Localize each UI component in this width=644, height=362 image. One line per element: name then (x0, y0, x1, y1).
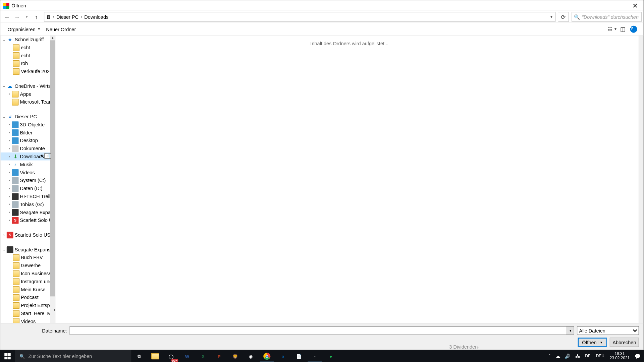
tree-seagate[interactable]: ⌄ Seagate Expansion (0, 245, 50, 253)
tree-item[interactable]: Mein Kurse (0, 285, 50, 293)
up-button[interactable]: ↑ (32, 12, 41, 22)
expand-icon[interactable]: › (1, 233, 7, 237)
collapse-icon[interactable]: ⌄ (1, 247, 7, 252)
content-scrollbar[interactable] (639, 36, 644, 323)
start-button[interactable] (0, 350, 15, 362)
tree-item[interactable]: ›Bilder (0, 128, 50, 136)
tree-item[interactable]: roh (0, 59, 50, 67)
expand-icon[interactable]: › (7, 92, 12, 96)
app-cortana[interactable]: ◯99+ (163, 350, 179, 362)
organize-button[interactable]: Organisieren ▼ (5, 24, 44, 33)
filetype-select[interactable]: Alle Dateien (577, 326, 639, 335)
app-brave[interactable]: 🦁 (227, 350, 243, 362)
collapse-icon[interactable]: ⌄ (1, 37, 7, 42)
breadcrumb-pc[interactable]: Dieser PC (55, 12, 80, 21)
open-button[interactable]: Öffnen ▼ (578, 338, 607, 347)
tree-item[interactable]: Verkäufe 2020 (0, 67, 50, 75)
tree-item[interactable]: ›Tobias (G:) (0, 200, 50, 208)
expand-icon[interactable]: › (7, 170, 12, 175)
help-button[interactable]: ? (628, 24, 639, 35)
filename-dropdown[interactable]: ▾ (567, 326, 574, 335)
tree-item[interactable]: Gewerbe (0, 261, 50, 269)
scroll-thumb[interactable] (50, 40, 55, 297)
address-bar[interactable]: 🖥 › Dieser PC › Downloads ▾ (44, 12, 556, 22)
app-generic1[interactable]: 📄 (291, 350, 307, 362)
tree-item[interactable]: echt (0, 44, 50, 52)
task-view-button[interactable]: ⧉ (131, 350, 147, 362)
tree-item[interactable]: ›Apps (0, 90, 50, 98)
tree-item[interactable]: Icon Business (0, 269, 50, 278)
tree-onedrive[interactable]: ⌄ ☁ OneDrive - Wirtsc (0, 82, 50, 90)
taskbar-search-input[interactable] (29, 354, 127, 359)
expand-icon[interactable]: › (7, 210, 12, 215)
tree-item[interactable]: ›♪Musik (0, 161, 50, 169)
close-button[interactable]: ✕ (627, 0, 643, 10)
expand-icon[interactable]: › (7, 122, 12, 127)
chevron-right-icon[interactable]: › (80, 15, 83, 19)
expand-icon[interactable]: › (7, 186, 12, 190)
tray-language[interactable]: DE (583, 350, 593, 362)
tree-item[interactable]: echt (0, 51, 50, 59)
app-chrome[interactable] (259, 350, 275, 362)
refresh-button[interactable]: ⟳ (558, 12, 569, 22)
expand-icon[interactable]: › (7, 130, 12, 135)
scroll-down-icon[interactable]: ▾ (50, 296, 55, 323)
expand-icon[interactable]: › (7, 202, 12, 206)
tree-scarlett[interactable]: › S Scarlett Solo USB (0, 231, 50, 239)
cancel-button[interactable]: Abbrechen (610, 338, 639, 347)
chevron-right-icon[interactable]: › (52, 15, 55, 19)
search-box[interactable]: 🔍 (572, 12, 642, 22)
expand-icon[interactable]: › (7, 162, 12, 167)
expand-icon[interactable]: › (7, 146, 12, 150)
new-folder-button[interactable]: Neuer Ordner (43, 24, 78, 33)
tree-item[interactable]: ›3D-Objekte (0, 121, 50, 129)
tray-notifications-icon[interactable]: 💬 (633, 350, 642, 362)
scroll-up-icon[interactable]: ▴ (50, 36, 55, 41)
tray-network-icon[interactable]: 🖧 (574, 350, 582, 362)
view-mode-button[interactable]: ☷▼ (607, 24, 618, 35)
tree-quickaccess[interactable]: ⌄ ★ Schnellzugriff (0, 36, 50, 44)
tree-item[interactable]: Podcast (0, 293, 50, 301)
content-pane[interactable]: Inhalt des Ordners wird aufgelistet... (55, 36, 643, 323)
tray-overflow[interactable]: ˄ (546, 350, 553, 362)
app-word[interactable]: W (179, 350, 195, 362)
expand-icon[interactable]: › (7, 218, 12, 222)
tree-item[interactable]: Projekt Entspann (0, 301, 50, 309)
filename-input[interactable] (70, 326, 567, 335)
tree-item[interactable]: ›Dokumente (0, 144, 50, 153)
app-edge[interactable]: e (275, 350, 291, 362)
app-excel[interactable]: X (195, 350, 211, 362)
tree-item[interactable]: Start_Here_Mac. (0, 309, 50, 317)
recent-dropdown[interactable]: ▾ (22, 12, 32, 22)
tree-item[interactable]: Buch FBV (0, 253, 50, 261)
taskbar-search[interactable]: 🔍 (15, 350, 131, 362)
tray-volume-icon[interactable]: 🔊 (563, 350, 573, 362)
app-explorer[interactable] (147, 350, 163, 362)
tree-item[interactable]: ›HI-TECH Treiber (0, 192, 50, 200)
tree-item[interactable]: ›Videos (0, 168, 50, 176)
address-dropdown[interactable]: ▾ (548, 15, 555, 19)
tree-item[interactable]: ›System (C:) (0, 176, 50, 184)
tray-keyboard[interactable]: DEU (594, 350, 606, 362)
app-generic2[interactable]: ▫ (307, 350, 323, 362)
tree-item[interactable]: ›Seagate Expansi (0, 208, 50, 216)
tree-downloads[interactable]: ›⬇Downloads (0, 153, 50, 161)
tree-item[interactable]: Microsoft Teams (0, 98, 50, 106)
chevron-down-icon[interactable]: ▼ (598, 341, 603, 344)
tree-item[interactable]: ›Daten (D:) (0, 184, 50, 192)
tree-item[interactable]: ›SScarlett Solo USE (0, 216, 50, 224)
expand-icon[interactable]: › (7, 194, 12, 198)
sidebar-scrollbar[interactable]: ▴ ▾ (50, 36, 55, 323)
preview-pane-button[interactable]: ◫ (618, 24, 629, 35)
tree-item[interactable]: Instagram und T (0, 278, 50, 286)
expand-icon[interactable]: › (7, 178, 12, 182)
back-button[interactable]: ← (2, 12, 12, 22)
expand-icon[interactable]: › (7, 154, 12, 159)
tray-clock[interactable]: 18:31 23.02.2021 (607, 350, 632, 362)
tree-thispc[interactable]: ⌄ 🖥 Dieser PC (0, 113, 50, 121)
app-obs[interactable]: ◉ (243, 350, 259, 362)
breadcrumb-downloads[interactable]: Downloads (83, 12, 110, 21)
tree-item[interactable]: Videos (0, 317, 50, 323)
collapse-icon[interactable]: ⌄ (1, 114, 7, 119)
app-spotify[interactable]: ● (323, 350, 339, 362)
